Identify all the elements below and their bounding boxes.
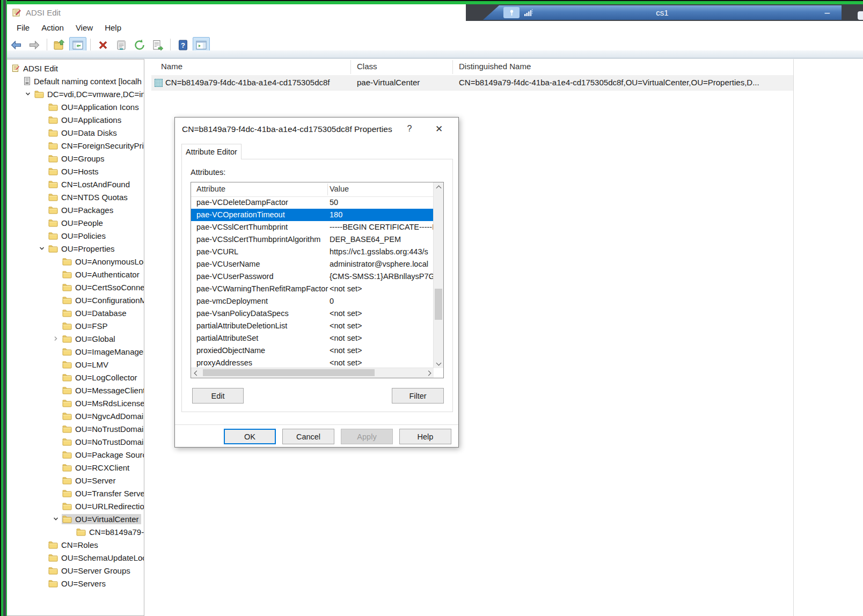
menu-help[interactable]: Help xyxy=(99,22,127,33)
tree-item-label: OU=LMV xyxy=(75,360,108,369)
attribute-row-pae-vcoperationtimeout[interactable]: pae-VCOperationTimeout180 xyxy=(191,209,434,221)
list-row[interactable]: CN=b8149a79-f4dc-41ba-a1e4-cd175305dc8fp… xyxy=(151,75,793,91)
tree-item-ou-packages[interactable]: OU=Packages xyxy=(7,203,144,216)
attribute-row-pae-vcusername[interactable]: pae-VCUserNameadministrator@vsphere.loca… xyxy=(191,258,434,270)
panel-splitter[interactable] xyxy=(144,59,152,616)
attribute-row-pae-vcurl[interactable]: pae-VCURLhttps://vc1.gsslabs.org:443/s xyxy=(191,246,434,258)
tree-item-label: Default naming context [localh xyxy=(34,77,142,86)
column-header-class[interactable]: Class xyxy=(357,62,377,71)
tab-attribute-editor[interactable]: Attribute Editor xyxy=(181,144,242,159)
close-icon[interactable]: ✕ xyxy=(427,121,451,137)
folder-icon xyxy=(48,567,58,575)
help-button[interactable]: Help xyxy=(399,429,451,444)
tree-item-ou-urlredirection[interactable]: OU=URLRedirection xyxy=(7,500,144,512)
vertical-scrollbar[interactable] xyxy=(433,182,443,368)
tree-item-default-naming-context-localh[interactable]: Default naming context [localh xyxy=(7,75,144,87)
tree-item-cn-b8149a79-f4[interactable]: CN=b8149a79-f4 xyxy=(7,525,144,538)
tree-item-label: OU=Packages xyxy=(61,206,113,215)
attribute-row-pae-vcsslcertthumbprintalgorithm[interactable]: pae-VCSslCertThumbprintAlgorithmDER_BASE… xyxy=(191,233,434,246)
tree-item-ou-global[interactable]: OU=Global xyxy=(7,332,144,345)
scroll-up-icon[interactable] xyxy=(434,182,443,192)
chevron-right-icon[interactable] xyxy=(50,335,62,342)
chevron-down-icon[interactable] xyxy=(36,245,48,252)
cancel-button[interactable]: Cancel xyxy=(282,429,334,444)
column-divider[interactable] xyxy=(452,60,453,74)
tree-item-label: OU=CertSsoConnec xyxy=(75,283,144,292)
column-header-dn[interactable]: Distinguished Name xyxy=(459,62,531,71)
column-divider[interactable] xyxy=(327,184,328,195)
rdp-minimize-button[interactable]: – xyxy=(825,8,830,18)
tree-item-ou-virtualcenter[interactable]: OU=VirtualCenter xyxy=(7,512,144,525)
attribute-row-pae-vcwarningthenrefitrampfactor[interactable]: pae-VCWarningThenRefitRampFactor<not set… xyxy=(191,283,434,295)
tree-item-ou-fsp[interactable]: OU=FSP xyxy=(7,319,144,332)
tree-item-ou-logcollector[interactable]: OU=LogCollector xyxy=(7,371,144,384)
tree-item-ou-msrdslicense[interactable]: OU=MsRdsLicense xyxy=(7,397,144,409)
ok-button[interactable]: OK xyxy=(224,429,276,444)
tree-item-ou-policies[interactable]: OU=Policies xyxy=(7,229,144,242)
tree-item-ou-schemaupdatelocl[interactable]: OU=SchemaUpdateLocl xyxy=(7,551,144,564)
horizontal-scrollbar[interactable] xyxy=(191,368,434,378)
scrollbar-thumb[interactable] xyxy=(435,289,442,320)
tree-item-ou-notrustdomair[interactable]: OU=NoTrustDomair xyxy=(7,422,144,435)
adsi-edit-app-icon xyxy=(12,8,21,17)
menu-view[interactable]: View xyxy=(70,22,99,33)
tree-item-ou-messageclient[interactable]: OU=MessageClient xyxy=(7,384,144,397)
scroll-down-icon[interactable] xyxy=(434,359,443,368)
tree-item-ou-lmv[interactable]: OU=LMV xyxy=(7,358,144,371)
object-icon xyxy=(155,79,163,87)
tree-item-ou-applications[interactable]: OU=Applications xyxy=(7,113,144,126)
attribute-row-pae-vcdeletedampfactor[interactable]: pae-VCDeleteDampFactor50 xyxy=(191,196,434,209)
tree-item-ou-application-icons[interactable]: OU=Application Icons xyxy=(7,100,144,113)
menu-action[interactable]: Action xyxy=(35,22,70,33)
column-header-attribute[interactable]: Attribute xyxy=(196,185,225,193)
tree-item-ou-rcxclient[interactable]: OU=RCXClient xyxy=(7,461,144,474)
tree-item-ou-hosts[interactable]: OU=Hosts xyxy=(7,165,144,178)
tree-item-ou-server[interactable]: OU=Server xyxy=(7,474,144,487)
tree-item-ou-servers[interactable]: OU=Servers xyxy=(7,577,144,590)
tree-item-cn-ntds-quotas[interactable]: CN=NTDS Quotas xyxy=(7,190,144,203)
tree-item-cn-lostandfound[interactable]: CN=LostAndFound xyxy=(7,178,144,190)
tree-item-ou-people[interactable]: OU=People xyxy=(7,216,144,229)
tree-item-cn-roles[interactable]: CN=Roles xyxy=(7,538,144,551)
tree-item-ou-database[interactable]: OU=Database xyxy=(7,306,144,319)
tree-item-ou-properties[interactable]: OU=Properties xyxy=(7,242,144,255)
tree-item-ou-groups[interactable]: OU=Groups xyxy=(7,152,144,165)
attribute-name: pae-VCWarningThenRefitRampFactor xyxy=(196,284,328,293)
apply-button[interactable]: Apply xyxy=(341,429,393,444)
tree-item-dc-vdi-dc-vmware-dc-in[interactable]: DC=vdi,DC=vmware,DC=in xyxy=(7,87,144,100)
tree-item-ou-notrustdomair[interactable]: OU=NoTrustDomair xyxy=(7,435,144,448)
attribute-row-pae-vcsslcertthumbprint[interactable]: pae-VCSslCertThumbprint-----BEGIN CERTIF… xyxy=(191,221,434,233)
tree-item-ou-data-disks[interactable]: OU=Data Disks xyxy=(7,126,144,139)
attribute-row-pae-vsanpolicydataspecs[interactable]: pae-VsanPolicyDataSpecs<not set> xyxy=(191,307,434,320)
column-header-value[interactable]: Value xyxy=(330,185,349,193)
tree-item-ou-transfer-server[interactable]: OU=Transfer Server xyxy=(7,487,144,500)
tree-item-ou-ngvcaddomair[interactable]: OU=NgvcAdDomair xyxy=(7,409,144,422)
attribute-row-partialattributeset[interactable]: partialAttributeSet<not set> xyxy=(191,332,434,344)
tree-item-ou-package-source[interactable]: OU=Package Source xyxy=(7,448,144,461)
attribute-row-proxiedobjectname[interactable]: proxiedObjectName<not set> xyxy=(191,344,434,357)
dialog-help-icon[interactable]: ? xyxy=(398,121,421,137)
tree-item-cn-foreignsecurityprir[interactable]: CN=ForeignSecurityPrir xyxy=(7,139,144,152)
column-header-name[interactable]: Name xyxy=(161,62,182,71)
tree-item-ou-authenticator[interactable]: OU=Authenticator xyxy=(7,268,144,281)
filter-button[interactable]: Filter xyxy=(392,388,444,404)
chevron-down-icon[interactable] xyxy=(22,91,34,97)
menu-file[interactable]: File xyxy=(11,22,35,33)
tree-item-ou-imagemanagen[interactable]: OU=ImageManagen xyxy=(7,345,144,358)
column-divider[interactable] xyxy=(350,60,351,74)
attribute-row-pae-vmcdeployment[interactable]: pae-vmcDeployment0 xyxy=(191,295,434,307)
export-list-icon xyxy=(151,39,164,52)
tree-item-adsi-edit[interactable]: ADSI Edit xyxy=(7,62,144,75)
tree-item-ou-certssoconnec[interactable]: OU=CertSsoConnec xyxy=(7,281,144,294)
tree-item-ou-configurationm[interactable]: OU=ConfigurationM xyxy=(7,294,144,306)
attribute-row-pae-vcuserpassword[interactable]: pae-VCUserPassword{CMS-SMSS:1}ARBnllaysP… xyxy=(191,270,434,283)
edit-button[interactable]: Edit xyxy=(192,388,244,404)
scroll-left-icon[interactable] xyxy=(191,368,200,378)
chevron-down-icon[interactable] xyxy=(50,516,62,522)
attribute-value: 180 xyxy=(330,210,342,219)
tree-item-ou-anonymouslog[interactable]: OU=AnonymousLog xyxy=(7,255,144,268)
scrollbar-thumb[interactable] xyxy=(203,369,375,376)
tree-item-ou-server-groups[interactable]: OU=Server Groups xyxy=(7,564,144,577)
scroll-right-icon[interactable] xyxy=(425,368,434,378)
attribute-row-partialattributedeletionlist[interactable]: partialAttributeDeletionList<not set> xyxy=(191,320,434,332)
